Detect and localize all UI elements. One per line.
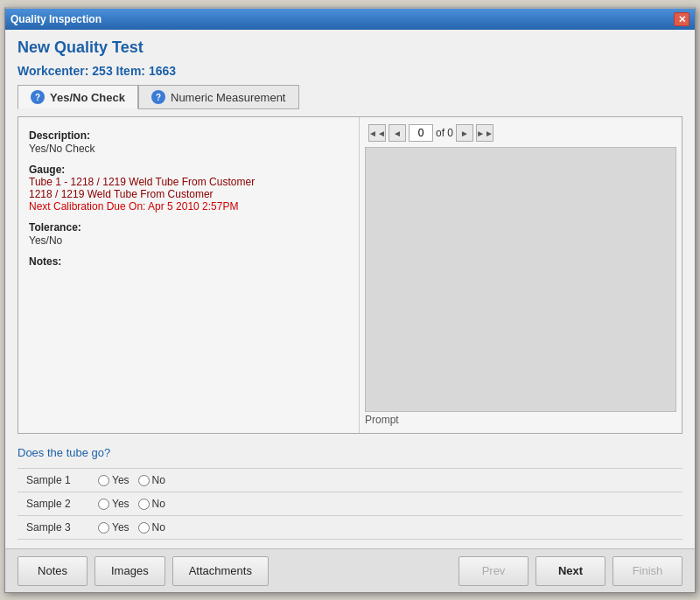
tolerance-section: Tolerance: Yes/No [29,221,348,247]
attachments-button[interactable]: Attachments [172,556,269,586]
right-panel: ◄◄ ◄ of 0 ► ►► Prompt [360,117,682,433]
sample-3-no-option[interactable]: No [138,521,165,534]
gauge-calibration: Next Calibration Due On: Apr 5 2010 2:57… [29,200,348,213]
nav-last-button[interactable]: ►► [476,124,494,142]
sample-2-no-radio[interactable] [138,499,150,510]
nav-bar: ◄◄ ◄ of 0 ► ►► [365,122,676,143]
sample-3-no-radio[interactable] [138,522,150,534]
gauge-line2: 1218 / 1219 Weld Tube From Customer [29,188,348,200]
samples-area: Sample 1 Yes No Sample 2 Yes [18,468,682,540]
page-title: New Quality Test [18,38,682,57]
main-window: Quality Inspection ✕ New Quality Test Wo… [4,7,696,593]
tolerance-label: Tolerance: [29,221,348,234]
tab-numeric-label: Numeric Measurement [171,91,286,104]
sample-1-no-radio[interactable] [138,475,150,486]
sample-3-radio-group: Yes No [98,521,165,534]
sample-2-label: Sample 2 [26,498,88,510]
finish-button[interactable]: Finish [612,556,682,586]
sample-row-1: Sample 1 Yes No [18,468,682,492]
close-button[interactable]: ✕ [674,12,690,26]
workcenter-info: Workcenter: 253 Item: 1663 [18,64,682,78]
sample-2-radio-group: Yes No [98,498,165,510]
gauge-section: Gauge: Tube 1 - 1218 / 1219 Weld Tube Fr… [29,164,348,213]
titlebar: Quality Inspection ✕ [5,9,695,30]
prompt-label: Prompt [365,412,676,428]
tab-numeric[interactable]: ? Numeric Measurement [138,85,299,109]
sample-row-2: Sample 2 Yes No [18,492,682,516]
nav-current-input[interactable] [409,124,433,142]
bottom-bar: Notes Images Attachments Prev Next Finis… [5,548,695,592]
gauge-label: Gauge: [29,164,348,176]
sample-1-radio-group: Yes No [98,474,165,486]
tab-yesno-icon: ? [31,90,45,104]
sample-2-no-option[interactable]: No [138,498,165,510]
images-button[interactable]: Images [94,556,165,586]
sample-2-yes-option[interactable]: Yes [98,498,130,510]
left-panel: Description: Yes/No Check Gauge: Tube 1 … [18,117,360,433]
next-button[interactable]: Next [536,556,606,586]
sample-1-label: Sample 1 [26,474,88,486]
notes-button[interactable]: Notes [18,556,88,586]
notes-label: Notes: [29,255,348,268]
nav-prev-button[interactable]: ◄ [388,124,406,142]
description-value: Yes/No Check [29,143,348,155]
tab-numeric-icon: ? [151,90,165,104]
notes-section: Notes: [29,255,348,268]
tolerance-value: Yes/No [29,234,348,247]
nav-of-label: of 0 [436,127,453,139]
sample-1-yes-option[interactable]: Yes [98,474,130,486]
image-display-area [365,147,676,412]
prev-button[interactable]: Prev [458,556,528,586]
sample-3-label: Sample 3 [26,521,88,534]
description-label: Description: [29,129,348,142]
titlebar-label: Quality Inspection [10,13,102,25]
titlebar-title: Quality Inspection [10,13,102,25]
tabs-container: ? Yes/No Check ? Numeric Measurement [18,85,682,109]
sample-row-3: Sample 3 Yes No [18,516,682,540]
description-section: Description: Yes/No Check [29,129,348,155]
gauge-line1: Tube 1 - 1218 / 1219 Weld Tube From Cust… [29,176,348,188]
main-panel: Description: Yes/No Check Gauge: Tube 1 … [18,116,682,434]
sample-1-no-option[interactable]: No [138,474,165,486]
nav-first-button[interactable]: ◄◄ [368,124,386,142]
tab-yesno[interactable]: ? Yes/No Check [18,85,138,109]
nav-next-button[interactable]: ► [456,124,473,142]
tab-yesno-label: Yes/No Check [50,91,125,104]
sample-3-yes-option[interactable]: Yes [98,521,130,534]
sample-3-yes-radio[interactable] [98,522,109,534]
question-label: Does the tube go? [18,441,682,461]
content-area: New Quality Test Workcenter: 253 Item: 1… [5,30,695,548]
sample-1-yes-radio[interactable] [98,475,109,486]
sample-2-yes-radio[interactable] [98,499,109,510]
